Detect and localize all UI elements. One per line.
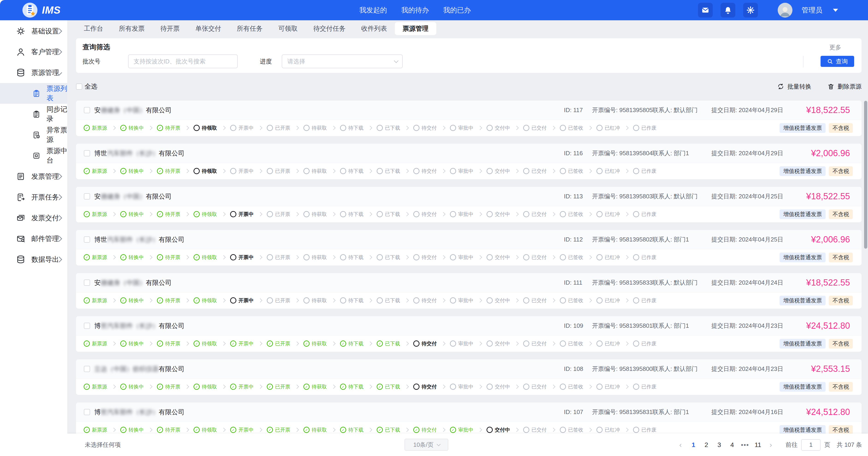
- page-2-button[interactable]: 2: [701, 440, 711, 450]
- step-arrow-icon: [331, 428, 335, 432]
- step-待领取: ✓待领取: [193, 297, 217, 304]
- row-checkbox[interactable]: [84, 236, 90, 243]
- step-label: 开票中: [239, 340, 254, 347]
- batch-number-input[interactable]: [128, 54, 238, 68]
- step-label: 待领取: [202, 297, 217, 304]
- step-label: 转换中: [128, 168, 144, 175]
- tab-所有发票[interactable]: 所有发票: [111, 22, 153, 35]
- notification-button[interactable]: [720, 3, 735, 18]
- tab-单张交付[interactable]: 单张交付: [187, 22, 229, 35]
- batch-convert-label: 批量转换: [787, 83, 811, 91]
- user-avatar[interactable]: [778, 3, 793, 18]
- circle-icon: [267, 297, 273, 304]
- tab-待开票[interactable]: 待开票: [153, 22, 187, 35]
- tab-收件列表[interactable]: 收件列表: [353, 22, 395, 35]
- step-arrow-icon: [441, 428, 445, 432]
- sidebar-item-同步记录[interactable]: 同步记录: [0, 104, 67, 124]
- status-stepper: ✓新票源✓转换中✓待开票待领取开票中已开票待获取待下载已下载待交付审批中交付中已…: [76, 120, 862, 136]
- step-label: 待下载: [348, 383, 364, 390]
- circle-icon: [523, 168, 529, 174]
- step-label: 已交付: [531, 297, 547, 304]
- sidebar-item-客户管理[interactable]: 客户管理: [0, 41, 67, 62]
- sidebar-item-异常票源[interactable]: 异常票源: [0, 124, 67, 145]
- step-arrow-icon: [112, 212, 116, 216]
- sidebar-item-邮件管理[interactable]: 邮件管理: [0, 228, 67, 249]
- prev-page-button[interactable]: ‹: [675, 440, 686, 450]
- row-checkbox[interactable]: [84, 280, 90, 286]
- tab-工作台[interactable]: 工作台: [76, 22, 111, 35]
- progress-select-placeholder: 请选择: [287, 57, 305, 65]
- invoice-number: 开票编号: 9581395805: [592, 106, 653, 114]
- circle-icon: [413, 125, 420, 131]
- circle-icon: [596, 125, 602, 131]
- step-label: 交付中: [495, 297, 510, 304]
- circle-icon: [377, 125, 383, 131]
- scrollbar-thumb[interactable]: [864, 101, 867, 249]
- page-1-button[interactable]: 1: [688, 440, 699, 450]
- goto-unit: 页: [824, 441, 830, 449]
- select-all-checkbox[interactable]: [76, 84, 82, 90]
- company-prefix: 安: [94, 192, 101, 201]
- row-checkbox[interactable]: [84, 150, 90, 156]
- search-button[interactable]: 查询: [820, 56, 854, 67]
- step-arrow-icon: [331, 341, 335, 345]
- circle-icon: [267, 168, 273, 174]
- row-checkbox[interactable]: [84, 366, 90, 372]
- settings-button[interactable]: [743, 3, 758, 18]
- tab-票源管理[interactable]: 票源管理: [395, 22, 436, 35]
- step-label: 已签收: [568, 426, 583, 433]
- tab-待交付任务[interactable]: 待交付任务: [306, 22, 353, 35]
- sidebar-item-票源列表[interactable]: 票源列表: [0, 83, 67, 104]
- step-label: 待领取: [202, 124, 217, 132]
- tab-可领取[interactable]: 可领取: [271, 22, 306, 35]
- sidebar-item-基础设置[interactable]: 基础设置: [0, 21, 67, 41]
- user-name[interactable]: 管理员: [802, 5, 823, 15]
- progress-select[interactable]: 请选择: [282, 54, 403, 68]
- page-11-button[interactable]: 11: [753, 440, 763, 450]
- top-nav-item-0[interactable]: 我发起的: [359, 5, 387, 15]
- goto-page-input[interactable]: [801, 439, 820, 451]
- mail-button[interactable]: [698, 3, 713, 18]
- circle-icon: [413, 254, 420, 260]
- page-3-button[interactable]: 3: [714, 440, 724, 450]
- sidebar-item-数据导出[interactable]: 数据导出: [0, 249, 67, 270]
- step-label: 已作废: [641, 383, 656, 390]
- top-nav-item-1[interactable]: 我的待办: [401, 5, 429, 15]
- step-label: 已交付: [531, 124, 547, 132]
- row-checkbox[interactable]: [84, 107, 90, 113]
- batch-convert-button[interactable]: 批量转换: [777, 83, 811, 91]
- delete-source-button[interactable]: 删除票源: [828, 83, 862, 91]
- circle-icon: [340, 168, 346, 174]
- step-待开票: ✓待开票: [157, 383, 180, 390]
- check-circle-icon: ✓: [120, 211, 126, 217]
- step-arrow-icon: [294, 212, 299, 216]
- step-label: 已红冲: [605, 211, 620, 218]
- sidebar-item-发票管理[interactable]: 发票管理: [0, 166, 67, 187]
- next-page-button[interactable]: ›: [766, 440, 776, 450]
- step-label: 待领取: [202, 383, 217, 390]
- step-label: 待下载: [348, 211, 364, 218]
- check-circle-icon: ✓: [193, 211, 200, 217]
- sidebar-item-开票任务[interactable]: 开票任务: [0, 187, 67, 207]
- row-checkbox[interactable]: [84, 323, 90, 329]
- step-待获取: 待获取: [303, 297, 327, 304]
- sidebar-item-票源管理[interactable]: 票源管理: [0, 62, 67, 83]
- step-已开票: 已开票: [267, 124, 290, 132]
- step-arrow-icon: [185, 384, 189, 389]
- tab-所有任务[interactable]: 所有任务: [229, 22, 271, 35]
- step-待领取: ✓待领取: [193, 426, 217, 433]
- page-4-button[interactable]: 4: [727, 440, 737, 450]
- sidebar-item-票源中台[interactable]: 票源中台: [0, 145, 67, 166]
- sidebar-item-label: 异常票源: [46, 125, 67, 144]
- step-已开票: ✓已开票: [267, 340, 290, 347]
- row-checkbox[interactable]: [84, 409, 90, 415]
- more-filters-link[interactable]: 更多: [829, 44, 841, 52]
- user-menu-caret-icon[interactable]: [833, 9, 838, 12]
- row-checkbox[interactable]: [84, 193, 90, 200]
- sidebar-item-label: 数据导出: [31, 255, 59, 264]
- circle-icon: [303, 297, 310, 304]
- page-size-select[interactable]: 10条/页: [404, 439, 448, 451]
- step-label: 待开票: [165, 297, 180, 304]
- top-nav-item-2[interactable]: 我的已办: [443, 5, 471, 15]
- sidebar-item-发票交付[interactable]: 发票交付: [0, 207, 67, 228]
